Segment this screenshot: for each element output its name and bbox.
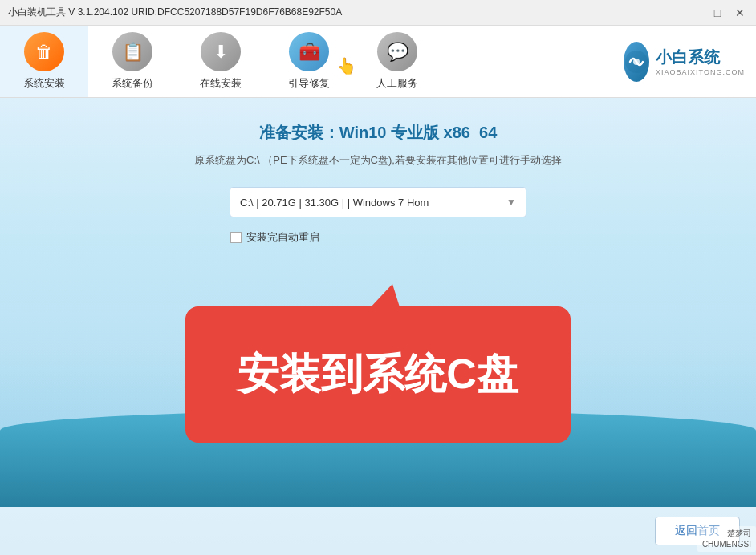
logo-text: 小白系统 XIAOBAIXITONG.COM: [656, 47, 745, 76]
svg-point-1: [633, 59, 640, 65]
logo-icon: [624, 42, 649, 82]
nav-bar: 🗑 系统安装 📋 系统备份 ⬇ 在线安装 🧰 引导修复: [0, 26, 756, 98]
title-bar: 小白装机工具 V 3.1.204.102 URID:DFCC5207188D57…: [0, 0, 756, 26]
auto-restart-label: 安装完自动重启: [246, 230, 319, 245]
system-backup-label: 系统备份: [112, 76, 153, 91]
watermark-line1: 楚梦司: [702, 528, 751, 539]
auto-restart-checkbox[interactable]: [230, 232, 242, 243]
minimize-button[interactable]: —: [687, 5, 703, 21]
online-install-label: 在线安装: [200, 76, 242, 91]
manual-service-icon-wrap: 💬: [377, 32, 417, 71]
prepare-title: 准备安装：Win10 专业版 x86_64: [259, 122, 498, 144]
watermark: 楚梦司 CHUMENGSI: [697, 526, 756, 552]
install-callout-text: 安装到系统C盘: [238, 346, 518, 403]
close-button[interactable]: ✕: [732, 5, 748, 21]
logo-main-text: 小白系统: [656, 47, 745, 68]
nav-item-system-backup[interactable]: 📋 系统备份: [88, 26, 177, 97]
dropdown-arrow-icon: ▼: [506, 196, 516, 208]
guide-repair-icon: 🧰: [299, 42, 320, 63]
title-bar-text: 小白装机工具 V 3.1.204.102 URID:DFCC5207188D57…: [8, 6, 687, 19]
disk-dropdown[interactable]: C:\ | 20.71G | 31.30G | | Windows 7 Hom …: [230, 187, 526, 217]
watermark-line2: CHUMENGSI: [702, 539, 751, 550]
logo-area: 小白系统 XIAOBAIXITONG.COM: [612, 26, 756, 97]
maximize-button[interactable]: □: [709, 5, 726, 21]
system-install-icon: 🗑: [35, 42, 53, 63]
manual-service-icon: 💬: [387, 42, 408, 63]
disk-dropdown-wrap: C:\ | 20.71G | 31.30G | | Windows 7 Hom …: [230, 187, 526, 217]
online-install-icon: ⬇: [213, 42, 228, 63]
system-backup-icon: 📋: [122, 42, 144, 63]
guide-repair-icon-wrap: 🧰: [289, 32, 329, 71]
disk-dropdown-value: C:\ | 20.71G | 31.30G | | Windows 7 Hom: [240, 196, 429, 209]
online-install-icon-wrap: ⬇: [201, 32, 241, 71]
nav-item-guide-repair[interactable]: 🧰 引导修复 👆: [265, 26, 353, 97]
prepare-subtitle: 原系统盘为C:\ （PE下系统盘不一定为C盘),若要安装在其他位置可进行手动选择: [194, 153, 562, 168]
title-bar-controls: — □ ✕: [687, 5, 748, 21]
bottom-bar: 返回首页 楚梦司 CHUMENGSI: [0, 507, 756, 555]
nav-item-system-install[interactable]: 🗑 系统安装: [0, 26, 88, 97]
nav-item-manual-service[interactable]: 💬 人工服务: [353, 26, 441, 97]
logo-svg: [624, 49, 649, 75]
nav-item-online-install[interactable]: ⬇ 在线安装: [177, 26, 265, 97]
system-install-icon-wrap: 🗑: [24, 32, 64, 71]
nav-items: 🗑 系统安装 📋 系统备份 ⬇ 在线安装 🧰 引导修复: [0, 26, 612, 97]
system-backup-icon-wrap: 📋: [112, 32, 152, 71]
content-area: 准备安装：Win10 专业版 x86_64 原系统盘为C:\ （PE下系统盘不一…: [0, 98, 756, 507]
install-callout[interactable]: 安装到系统C盘: [185, 306, 571, 443]
main-window: 🗑 系统安装 📋 系统备份 ⬇ 在线安装 🧰 引导修复: [0, 26, 756, 555]
logo-sub-text: XIAOBAIXITONG.COM: [656, 68, 745, 76]
manual-service-label: 人工服务: [376, 76, 418, 91]
auto-restart-wrap[interactable]: 安装完自动重启: [230, 230, 319, 245]
system-install-label: 系统安装: [23, 76, 65, 91]
guide-repair-label: 引导修复: [288, 76, 330, 91]
